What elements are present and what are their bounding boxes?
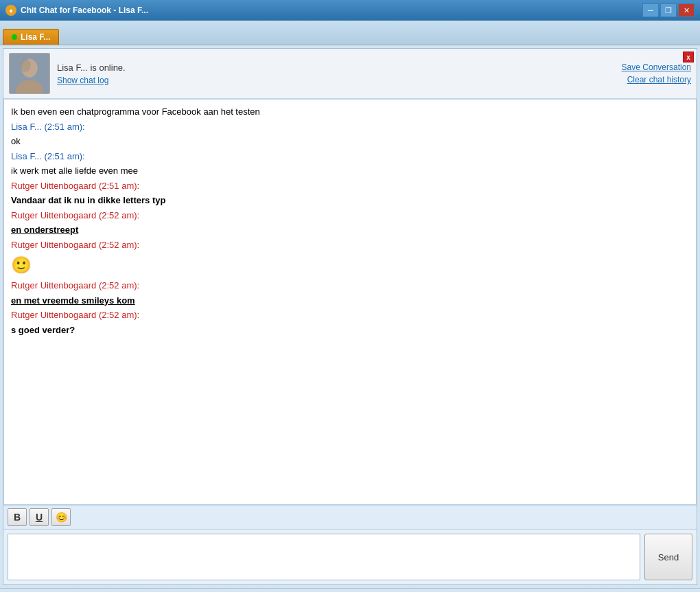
sender-other-label: Rutger Uittenbogaard (2:52 am):: [11, 310, 139, 320]
emoji-button[interactable]: 😊: [51, 508, 71, 526]
info-bar-actions: Save Conversation Clear chat history: [622, 53, 691, 94]
main-window: Lisa F... is online. Show chat log Save …: [3, 48, 697, 585]
underline-icon: U: [36, 512, 43, 523]
save-conversation-link[interactable]: Save Conversation: [622, 62, 691, 72]
list-item: Lisa F... (2:51 am):: [11, 150, 689, 163]
message-text-bold-underline: en met vreemde smileys kom: [11, 295, 135, 306]
list-item: Rutger Uittenbogaard (2:52 am):: [11, 308, 689, 322]
app-icon: ♦: [5, 5, 16, 16]
message-text: ik werk met alle liefde even mee: [11, 166, 138, 176]
tab-lisa[interactable]: Lisa F...: [3, 29, 59, 45]
title-bar: ♦ Chit Chat for Facebook - Lisa F... ─ ❐…: [0, 0, 700, 21]
tab-label: Lisa F...: [21, 32, 50, 42]
avatar: [9, 53, 50, 94]
close-window-button[interactable]: ✕: [678, 3, 695, 17]
online-status: Lisa F... is online.: [57, 62, 622, 73]
sender-other-label: Rutger Uittenbogaard (2:52 am):: [11, 280, 139, 291]
sender-other-label: Rutger Uittenbogaard (2:51 am):: [11, 181, 139, 191]
list-item: en met vreemde smileys kom: [11, 294, 689, 308]
chat-area[interactable]: Ik ben even een chatprogramma voor Faceb…: [3, 99, 697, 505]
list-item: Rutger Uittenbogaard (2:52 am):: [11, 238, 689, 252]
title-bar-text: Chit Chat for Facebook - Lisa F...: [21, 5, 642, 15]
info-bar-text: Lisa F... is online. Show chat log: [57, 53, 622, 94]
sender-other-label: Rutger Uittenbogaard (2:52 am):: [11, 240, 139, 250]
input-area: Send: [3, 530, 697, 584]
restore-button[interactable]: ❐: [660, 3, 677, 17]
tab-bar: Lisa F...: [0, 21, 700, 45]
list-item: en onderstreept: [11, 223, 689, 237]
message-input[interactable]: [8, 534, 640, 580]
list-item: Ik ben even een chatprogramma voor Faceb…: [11, 105, 689, 119]
list-item: ok: [11, 135, 689, 148]
message-text-bold-underline: en onderstreept: [11, 225, 78, 235]
list-item: Rutger Uittenbogaard (2:51 am):: [11, 179, 689, 193]
list-item: Rutger Uittenbogaard (2:52 am):: [11, 209, 689, 223]
title-bar-controls: ─ ❐ ✕: [642, 3, 695, 17]
list-item: 🙂: [11, 253, 689, 277]
send-button[interactable]: Send: [644, 534, 692, 580]
message-text-bold: s goed verder?: [11, 325, 75, 335]
list-item: Vandaar dat ik nu in dikke letters typ: [11, 194, 689, 207]
avatar-image: [10, 54, 49, 93]
message-text: Ik ben even een chatprogramma voor Faceb…: [11, 106, 260, 117]
status-bar: Message sent.: [0, 588, 700, 592]
list-item: Rutger Uittenbogaard (2:52 am):: [11, 279, 689, 293]
minimize-button[interactable]: ─: [642, 3, 659, 17]
list-item: Lisa F... (2:51 am):: [11, 120, 689, 134]
svg-point-3: [20, 59, 30, 72]
online-dot: [12, 34, 17, 40]
sender-self-label: Lisa F... (2:51 am):: [11, 122, 85, 132]
emoji-icon: 😊: [56, 512, 67, 523]
show-chat-log-link[interactable]: Show chat log: [57, 76, 622, 85]
clear-chat-history-link[interactable]: Clear chat history: [627, 75, 691, 84]
emoji-message: 🙂: [11, 255, 32, 274]
sender-self-label: Lisa F... (2:51 am):: [11, 151, 85, 161]
message-text: ok: [11, 136, 21, 146]
list-item: s goed verder?: [11, 323, 689, 337]
message-text-bold: Vandaar dat ik nu in dikke letters typ: [11, 195, 165, 205]
underline-button[interactable]: U: [30, 508, 49, 526]
list-item: ik werk met alle liefde even mee: [11, 164, 689, 178]
formatting-toolbar: B U 😊: [3, 505, 697, 530]
info-bar-close-button[interactable]: x: [683, 52, 694, 62]
info-bar: Lisa F... is online. Show chat log Save …: [3, 49, 697, 99]
bold-button[interactable]: B: [8, 508, 27, 526]
sender-other-label: Rutger Uittenbogaard (2:52 am):: [11, 210, 139, 220]
